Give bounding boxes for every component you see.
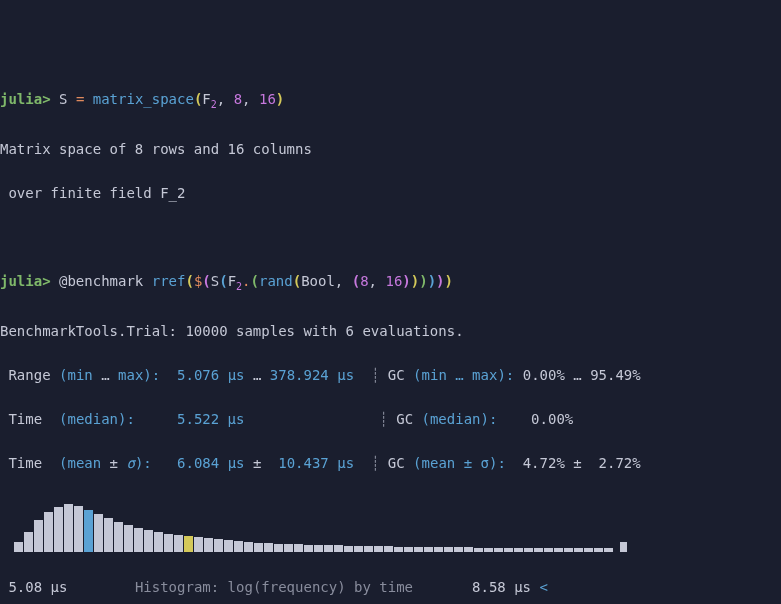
histogram-bar <box>574 548 583 552</box>
histogram-bar <box>94 514 103 552</box>
histogram-bar <box>254 543 263 552</box>
histogram-bar <box>424 547 433 552</box>
histogram-bar <box>314 545 323 552</box>
histogram-bar <box>534 548 543 552</box>
histogram-bar <box>364 546 373 552</box>
histogram-bar <box>14 542 23 552</box>
histogram-tail-bar <box>620 542 627 552</box>
histogram-bar <box>474 548 483 552</box>
histogram-bar <box>54 507 63 552</box>
histogram-bar <box>334 545 343 552</box>
histogram-bar <box>524 548 533 552</box>
histogram-bar <box>354 546 363 552</box>
bench1-range: Range (min … max): 5.076 μs … 378.924 μs… <box>0 364 781 386</box>
histogram-bar <box>344 546 353 552</box>
histogram-bar <box>264 543 273 552</box>
histogram-bar <box>304 545 313 552</box>
histogram-bar <box>294 544 303 552</box>
histogram-bar <box>174 535 183 552</box>
output-line-2: over finite field F_2 <box>0 182 781 204</box>
histogram-bar <box>484 548 493 552</box>
histogram-bar <box>554 548 563 552</box>
histogram-bar <box>134 528 143 552</box>
histogram-bar <box>394 547 403 552</box>
histogram-bar <box>114 522 123 552</box>
histogram-bar <box>464 547 473 552</box>
histogram-bar <box>124 525 133 552</box>
repl-line-1: julia> S = matrix_space(F2, 8, 16) <box>0 88 781 116</box>
histogram-bar <box>164 534 173 552</box>
histogram-bar <box>504 548 513 552</box>
histogram-bar <box>24 532 33 552</box>
histogram-bar <box>244 542 253 552</box>
histogram-bar <box>584 548 593 552</box>
histogram-bar <box>274 544 283 552</box>
bench1-median: Time (median): 5.522 μs ┊ GC (median): 0… <box>0 408 781 430</box>
histogram-bar <box>444 547 453 552</box>
histogram-bar <box>64 504 73 552</box>
histogram-bar <box>84 510 93 552</box>
histogram-bar <box>494 548 503 552</box>
histogram-bar <box>104 518 113 552</box>
histogram-bar <box>44 512 53 552</box>
histogram-bar <box>404 547 413 552</box>
histogram-bar <box>234 541 243 552</box>
histogram-bar <box>374 546 383 552</box>
histogram-bar <box>434 547 443 552</box>
histogram-bar <box>414 547 423 552</box>
bench1-axis: 5.08 μs Histogram: log(frequency) by tim… <box>0 576 781 598</box>
histogram-bar <box>204 538 213 552</box>
histogram-bar <box>564 548 573 552</box>
histogram-bar <box>144 530 153 552</box>
histogram-bar <box>284 544 293 552</box>
histogram-bar <box>224 540 233 552</box>
histogram-bar <box>154 532 163 552</box>
histogram-bar <box>454 547 463 552</box>
bench1-header: BenchmarkTools.Trial: 10000 samples with… <box>0 320 781 342</box>
histogram-bar <box>324 545 333 552</box>
repl-line-2: julia> @benchmark rref($(S(F2.(rand(Bool… <box>0 270 781 298</box>
histogram-bar <box>604 548 613 552</box>
histogram-bar <box>214 539 223 552</box>
histogram-bar <box>384 546 393 552</box>
julia-prompt: julia> <box>0 91 51 107</box>
histogram-bar <box>594 548 603 552</box>
histogram-bar <box>184 536 193 552</box>
histogram-bar <box>74 506 83 552</box>
bench1-mean: Time (mean ± σ): 6.084 μs ± 10.437 μs ┊ … <box>0 452 781 474</box>
histogram-bar <box>514 548 523 552</box>
output-line-1: Matrix space of 8 rows and 16 columns <box>0 138 781 160</box>
bench1-histogram <box>0 504 781 552</box>
histogram-bar <box>34 520 43 552</box>
histogram-bar <box>544 548 553 552</box>
histogram-bar <box>194 537 203 552</box>
